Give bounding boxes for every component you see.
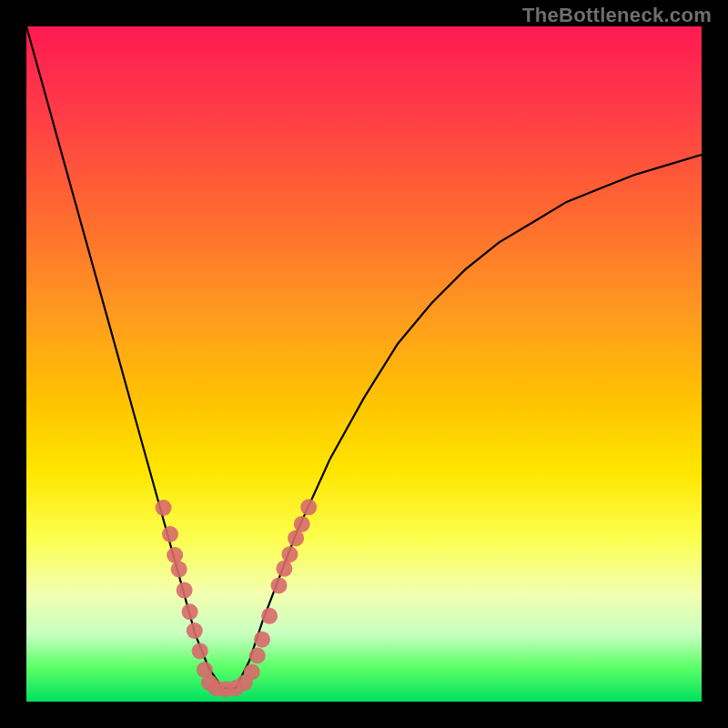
data-marker — [249, 648, 266, 664]
data-marker — [288, 530, 304, 546]
data-marker — [244, 663, 260, 680]
marker-group — [156, 499, 318, 697]
data-marker — [177, 582, 193, 599]
data-marker — [281, 546, 298, 562]
data-marker — [187, 622, 203, 639]
data-marker — [276, 561, 292, 577]
data-marker — [254, 632, 270, 648]
data-marker — [300, 499, 317, 515]
data-marker — [167, 547, 183, 563]
data-marker — [271, 577, 288, 593]
data-marker — [171, 561, 187, 578]
data-marker — [192, 642, 208, 659]
watermark-text: TheBottleneck.com — [522, 4, 712, 27]
data-marker — [294, 516, 310, 532]
data-marker — [156, 500, 172, 516]
chart-frame: TheBottleneck.com — [0, 0, 728, 728]
data-marker — [261, 608, 278, 624]
bottleneck-curve-path — [26, 26, 702, 688]
plot-area — [26, 26, 702, 702]
data-marker — [182, 603, 198, 620]
main-curve — [26, 26, 702, 688]
data-marker — [162, 526, 178, 542]
curve-svg — [26, 26, 702, 702]
